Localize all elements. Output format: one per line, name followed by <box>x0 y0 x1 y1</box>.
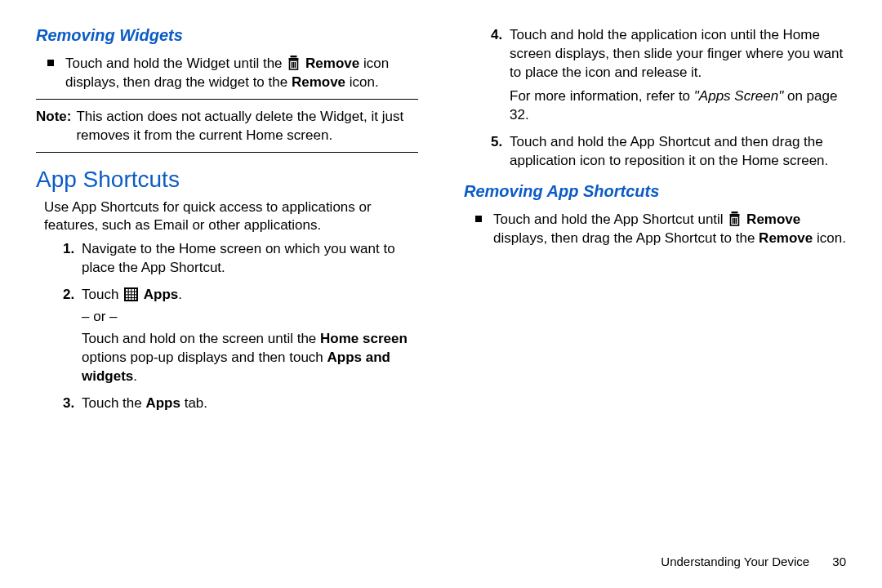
text-bold: Remove <box>305 56 359 71</box>
text: Touch and hold the App Shortcut until <box>493 212 727 227</box>
svg-rect-12 <box>129 292 131 295</box>
svg-rect-14 <box>135 292 136 295</box>
page-footer: Understanding Your Device 30 <box>661 554 846 570</box>
note-block: Note: This action does not actually dele… <box>36 108 418 145</box>
trash-icon <box>728 212 741 226</box>
square-bullet-icon <box>47 60 54 66</box>
intro-text: Use App Shortcuts for quick access to ap… <box>36 198 418 236</box>
text-bold: Remove <box>759 230 813 246</box>
note-label: Note: <box>36 108 71 145</box>
bullet-remove-app-shortcut-text: Touch and hold the App Shortcut until Re… <box>493 211 846 248</box>
svg-rect-23 <box>732 212 738 213</box>
svg-rect-13 <box>131 292 134 295</box>
svg-rect-16 <box>129 296 131 298</box>
text: icon. <box>350 74 379 90</box>
note-body: This action does not actually delete the… <box>76 108 418 145</box>
or-separator: – or – <box>82 308 418 327</box>
footer-page-number: 30 <box>832 555 846 568</box>
text: Touch the <box>82 395 145 411</box>
text: Touch and hold the App Shortcut and then… <box>510 134 828 168</box>
svg-rect-18 <box>135 296 136 298</box>
text: options pop-up displays and then touch <box>82 350 327 365</box>
bullet-remove-widget: Touch and hold the Widget until the Remo… <box>36 55 418 92</box>
text: Touch and hold on the screen until the <box>82 331 320 346</box>
text-bold: Apps <box>145 395 180 411</box>
steps-list-left: Navigate to the Home screen on which you… <box>36 240 418 413</box>
heading-app-shortcuts: App Shortcuts <box>36 164 418 195</box>
text-bold: Remove <box>292 74 345 90</box>
text: tab. <box>180 395 207 411</box>
text-bold: Remove <box>746 212 800 227</box>
square-bullet-icon <box>475 216 482 222</box>
svg-rect-10 <box>135 289 136 292</box>
right-column: Touch and hold the application icon unti… <box>464 24 846 421</box>
svg-rect-11 <box>126 292 128 295</box>
svg-rect-17 <box>131 296 134 298</box>
heading-removing-widgets: Removing Widgets <box>36 24 418 47</box>
svg-rect-20 <box>129 298 131 300</box>
text: For more information, refer to <box>510 88 694 104</box>
svg-rect-1 <box>289 58 299 60</box>
apps-grid-icon <box>124 287 138 301</box>
step-5: Touch and hold the App Shortcut and then… <box>506 133 846 171</box>
text: icon. <box>817 230 846 246</box>
left-column: Removing Widgets Touch and hold the Widg… <box>36 24 418 421</box>
bullet-remove-widget-text: Touch and hold the Widget until the Remo… <box>65 55 418 92</box>
text: Touch <box>82 287 122 302</box>
svg-rect-9 <box>131 289 134 292</box>
text-bold: Apps <box>144 287 179 302</box>
step-4: Touch and hold the application icon unti… <box>506 26 846 125</box>
footer-chapter: Understanding Your Device <box>661 555 809 568</box>
svg-rect-7 <box>126 289 128 292</box>
svg-rect-19 <box>126 298 128 300</box>
svg-rect-8 <box>129 289 131 292</box>
steps-list-right: Touch and hold the application icon unti… <box>464 26 846 171</box>
step-3: Touch the Apps tab. <box>78 394 418 413</box>
text: Touch and hold the application icon unti… <box>510 27 843 80</box>
svg-rect-22 <box>135 298 136 300</box>
text-bold: Home screen <box>320 331 408 346</box>
text: Navigate to the Home screen on which you… <box>82 241 395 275</box>
bullet-remove-app-shortcut: Touch and hold the App Shortcut until Re… <box>464 211 846 248</box>
text: displays, then drag the App Shortcut to … <box>493 230 759 246</box>
divider <box>36 152 418 153</box>
svg-rect-15 <box>126 296 128 298</box>
svg-rect-24 <box>730 214 740 216</box>
divider <box>36 99 418 100</box>
text-italic: "Apps Screen" <box>694 88 783 104</box>
step-1: Navigate to the Home screen on which you… <box>78 240 418 278</box>
svg-rect-0 <box>291 56 297 57</box>
trash-icon <box>287 56 300 70</box>
heading-removing-app-shortcuts: Removing App Shortcuts <box>464 180 846 203</box>
text: . <box>133 368 137 384</box>
text: Touch and hold the Widget until the <box>65 56 286 71</box>
svg-rect-21 <box>131 298 134 300</box>
text: . <box>178 287 182 302</box>
step-4-more: For more information, refer to "Apps Scr… <box>510 87 846 125</box>
step-2: Touch Apps. – or – Touch and hold on <box>78 286 418 386</box>
